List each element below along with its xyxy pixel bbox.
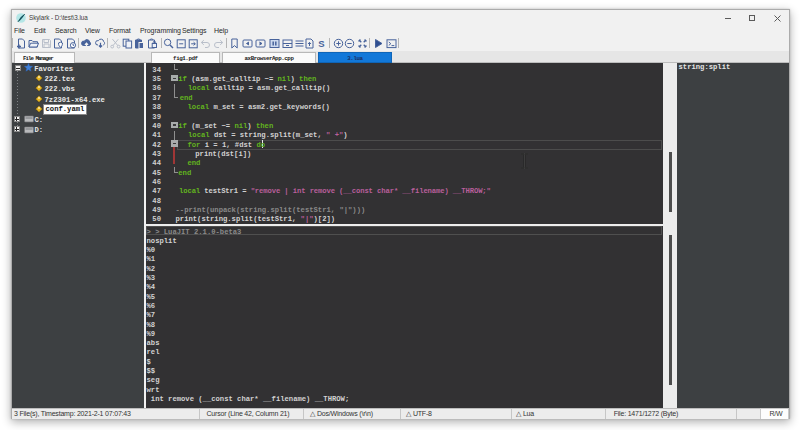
svg-text:S: S <box>318 38 324 49</box>
